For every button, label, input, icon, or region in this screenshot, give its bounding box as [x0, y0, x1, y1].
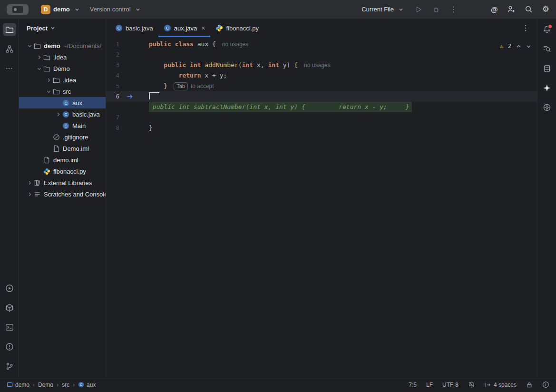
tree-item-src[interactable]: src — [19, 86, 106, 97]
code-line[interactable]: 3 public int addNumber(int x, int y) {no… — [106, 60, 537, 70]
usages-inlay-hint[interactable]: no usages — [222, 39, 248, 49]
editor-gutter: 1 — [106, 39, 149, 49]
file-icon — [52, 145, 60, 152]
tree-item-aux[interactable]: Caux — [19, 97, 106, 108]
code-line[interactable]: 5 }Tabto accept — [106, 81, 537, 91]
previous-problem-icon[interactable] — [516, 44, 521, 49]
editor-gutter: 7 — [106, 112, 149, 123]
inspections-widget[interactable]: ⚠ 2 — [500, 41, 531, 51]
version-control-tool-button[interactable] — [3, 360, 16, 373]
structure-tool-button[interactable] — [3, 42, 16, 56]
usages-inlay-hint[interactable]: no usages — [304, 60, 330, 70]
code-line[interactable]: 1public class aux {no usages — [106, 39, 537, 49]
tree-item-label: aux — [72, 99, 82, 107]
code-line[interactable]: 8} — [106, 123, 537, 133]
chevron-right-icon[interactable] — [26, 190, 33, 198]
problems-tool-button[interactable] — [3, 340, 16, 353]
run-configuration-select[interactable]: Current File — [361, 5, 405, 14]
terminal-tool-button[interactable] — [3, 321, 16, 334]
ai-assistant-sparkle-icon[interactable] — [540, 81, 554, 95]
tree-item-label: demo — [44, 42, 60, 49]
tab-aux-java[interactable]: C aux.java × — [158, 19, 211, 37]
chevron-right-icon[interactable] — [35, 53, 43, 61]
encoding-widget[interactable]: UTF-8 — [442, 382, 458, 388]
python-icon — [43, 167, 50, 175]
tree-item-basic.java[interactable]: Cbasic.java — [19, 108, 106, 120]
project-name: demo — [53, 6, 70, 13]
project-panel-header[interactable]: Project — [19, 19, 106, 37]
breadcrumb-separator: › — [31, 382, 36, 388]
code-line[interactable]: 4 return x + y; — [106, 70, 537, 81]
tree-item-.gitignore[interactable]: .gitignore — [19, 131, 106, 143]
code-line[interactable]: 2 — [106, 49, 537, 60]
breadcrumb-project[interactable]: demo — [7, 382, 29, 388]
tree-item-demo[interactable]: Demo — [19, 63, 106, 74]
java-class-icon: C — [78, 382, 84, 388]
code-lines: 1public class aux {no usages23 public in… — [106, 39, 537, 133]
readonly-lock-icon[interactable] — [526, 382, 533, 388]
chevron-down-icon[interactable] — [26, 42, 33, 49]
project-tool-button[interactable] — [3, 23, 16, 36]
tree-item-.idea[interactable]: .idea — [19, 51, 106, 63]
code-line[interactable]: 6 — [106, 91, 537, 102]
line-separator-widget[interactable]: LF — [426, 382, 433, 388]
window-controls[interactable] — [7, 4, 29, 15]
tree-item-label: .idea — [63, 77, 76, 84]
debug-button[interactable] — [432, 5, 440, 14]
cursor-position-widget[interactable]: 7:5 — [409, 382, 417, 388]
more-tool-windows-button[interactable]: ⋯ — [3, 62, 16, 75]
editor-gutter: 5 — [106, 81, 149, 91]
chevron-down-icon[interactable] — [35, 65, 43, 72]
next-problem-icon[interactable] — [526, 44, 531, 49]
tab-options-icon[interactable]: ⋮ — [522, 24, 537, 32]
tree-item-label: demo.iml — [53, 157, 78, 164]
project-widget[interactable]: D demo — [39, 3, 83, 16]
chevron-right-icon[interactable] — [54, 110, 62, 118]
ignored-icon — [52, 133, 60, 141]
close-tab-icon[interactable]: × — [201, 24, 205, 32]
tab-basic-java[interactable]: C basic.java — [110, 19, 158, 37]
line-number: 2 — [106, 49, 119, 60]
notifications-bell-icon[interactable] — [540, 23, 554, 36]
code-editor[interactable]: 1public class aux {no usages23 public in… — [106, 37, 537, 377]
run-tool-button[interactable] — [3, 282, 16, 295]
indent-widget[interactable]: 4 spaces — [485, 382, 517, 388]
tree-item-fibonacci.py[interactable]: fibonacci.py — [19, 166, 106, 177]
line-number: 6 — [106, 91, 119, 102]
tree-item-main[interactable]: CMain — [19, 120, 106, 131]
indent-icon — [485, 382, 491, 388]
tree-item-demo[interactable]: demo~/Documents/ — [19, 40, 106, 51]
ai-assistant-prompt-icon[interactable]: @ — [491, 5, 498, 13]
tree-item-external-libraries[interactable]: External Libraries — [19, 177, 106, 188]
find-tool-button[interactable] — [540, 42, 554, 56]
breadcrumb-demo[interactable]: Demo — [38, 382, 53, 388]
code-line[interactable]: 7 — [106, 112, 537, 123]
chevron-right-icon[interactable] — [26, 179, 33, 186]
chevron-right-icon[interactable] — [45, 76, 52, 84]
breadcrumb-src[interactable]: src — [62, 382, 69, 388]
settings-gear-icon[interactable]: ⚙ — [542, 4, 549, 14]
tab-fibonacci-py[interactable]: fibonacci.py — [210, 19, 264, 37]
more-actions-button[interactable]: ⋮ — [449, 6, 457, 13]
tab-key-chip: Tab — [174, 82, 188, 90]
tree-item-demo.iml[interactable]: Demo.iml — [19, 143, 106, 154]
breadcrumb-aux[interactable]: C aux — [78, 382, 96, 388]
search-everywhere-icon[interactable] — [525, 5, 533, 14]
inline-completion-suggestion[interactable]: public int subtractNumber(int x, int y) … — [106, 102, 537, 112]
tree-item-scratches-and-consoles[interactable]: Scratches and Consoles — [19, 188, 106, 200]
vcs-label: Version control — [90, 6, 131, 13]
packages-tool-button[interactable] — [3, 301, 16, 314]
run-button[interactable] — [414, 5, 423, 14]
code-with-me-icon[interactable] — [507, 5, 516, 14]
info-icon[interactable] — [542, 381, 549, 388]
tree-item-.idea[interactable]: .idea — [19, 74, 106, 86]
chevron-down-icon[interactable] — [45, 88, 52, 95]
java-class-icon: C — [115, 24, 123, 32]
database-tool-button[interactable] — [540, 62, 554, 75]
vcs-widget[interactable]: Version control — [88, 3, 144, 16]
tree-item-demo.iml[interactable]: demo.iml — [19, 154, 106, 166]
java-class-icon: C — [164, 24, 171, 32]
code-text: return x + y; — [149, 70, 227, 81]
services-tool-button[interactable] — [540, 101, 554, 114]
notifications-muted-icon[interactable] — [468, 381, 475, 388]
